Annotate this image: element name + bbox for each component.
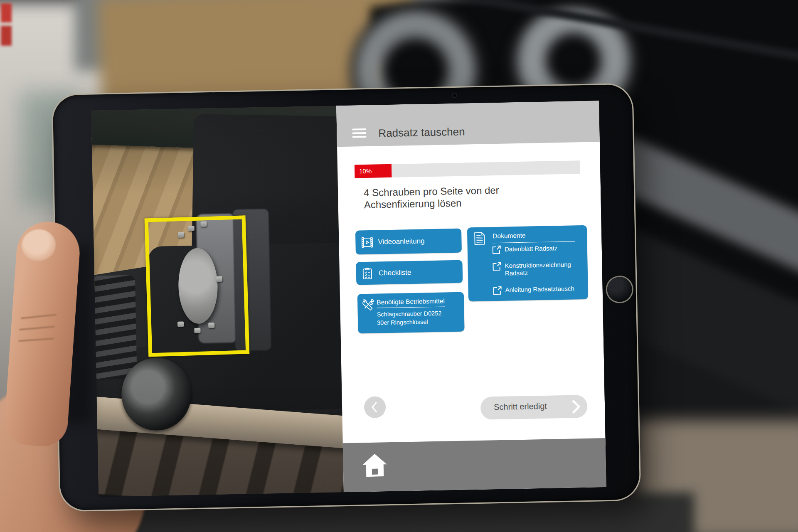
document-link-label: Konstruktionszeichnung Radsatz bbox=[505, 261, 584, 277]
app-panel: Radsatz tauschen 10% 4 Schrauben pro Sei… bbox=[336, 101, 606, 492]
documents-title: Dokumente bbox=[493, 231, 575, 243]
background-red-sign bbox=[1, 3, 12, 22]
progress-fill: 10% bbox=[355, 164, 392, 178]
tools-icon bbox=[361, 298, 375, 312]
chevron-right-icon bbox=[571, 399, 581, 414]
document-icon bbox=[474, 232, 485, 246]
hamburger-icon[interactable] bbox=[352, 128, 366, 138]
ar-highlight-rectangle bbox=[145, 215, 250, 357]
background-red-sign bbox=[1, 26, 12, 46]
camera-view bbox=[91, 106, 345, 497]
app-footer bbox=[343, 438, 606, 492]
document-link-konstruktionszeichnung[interactable]: Konstruktionszeichnung Radsatz bbox=[492, 260, 584, 279]
front-camera-dot bbox=[453, 94, 456, 97]
required-equipment-title: Benötigte Betriebsmittel bbox=[377, 297, 445, 308]
back-button[interactable] bbox=[364, 396, 386, 418]
equipment-item: Schlagschrauber D0252 bbox=[377, 310, 442, 318]
document-link-datenblatt[interactable]: Datenblatt Radsatz bbox=[492, 244, 584, 255]
external-link-icon bbox=[492, 262, 501, 271]
video-tutorial-label: Videoanleitung bbox=[378, 237, 425, 246]
scene: Radsatz tauschen 10% 4 Schrauben pro Sei… bbox=[0, 0, 798, 532]
external-link-icon bbox=[493, 286, 502, 295]
clipboard-icon bbox=[362, 267, 373, 279]
tablet: Radsatz tauschen 10% 4 Schrauben pro Sei… bbox=[51, 83, 641, 512]
step-instruction: 4 Schrauben pro Seite von der Achsenfixi… bbox=[364, 184, 507, 211]
film-icon bbox=[361, 237, 373, 248]
page-title: Radsatz tauschen bbox=[378, 125, 465, 140]
equipment-item: 30er Ringschlüssel bbox=[377, 318, 428, 326]
checklist-button[interactable]: Checkliste bbox=[356, 260, 463, 285]
required-equipment-box[interactable]: Benötigte Betriebsmittel Schlagschrauber… bbox=[357, 292, 465, 334]
chevron-left-icon bbox=[364, 396, 386, 418]
document-link-label: Datenblatt Radsatz bbox=[505, 244, 584, 253]
tablet-home-button[interactable] bbox=[606, 276, 633, 303]
tablet-screen: Radsatz tauschen 10% 4 Schrauben pro Sei… bbox=[91, 101, 606, 497]
home-icon[interactable] bbox=[362, 453, 387, 477]
step-done-button[interactable]: Schritt erledigt bbox=[480, 395, 588, 420]
step-done-label: Schritt erledigt bbox=[494, 401, 547, 412]
external-link-icon bbox=[492, 245, 501, 254]
document-link-anleitung[interactable]: Anleitung Radsatztausch bbox=[493, 284, 584, 296]
documents-box: Dokumente Datenblatt Radsatz bbox=[467, 225, 588, 301]
video-tutorial-button[interactable]: Videoanleitung bbox=[355, 229, 462, 255]
app-header: Radsatz tauschen bbox=[336, 101, 600, 147]
checklist-label: Checkliste bbox=[379, 268, 411, 277]
document-link-label: Anleitung Radsatztausch bbox=[505, 285, 584, 294]
progress-bar: 10% bbox=[355, 160, 580, 178]
